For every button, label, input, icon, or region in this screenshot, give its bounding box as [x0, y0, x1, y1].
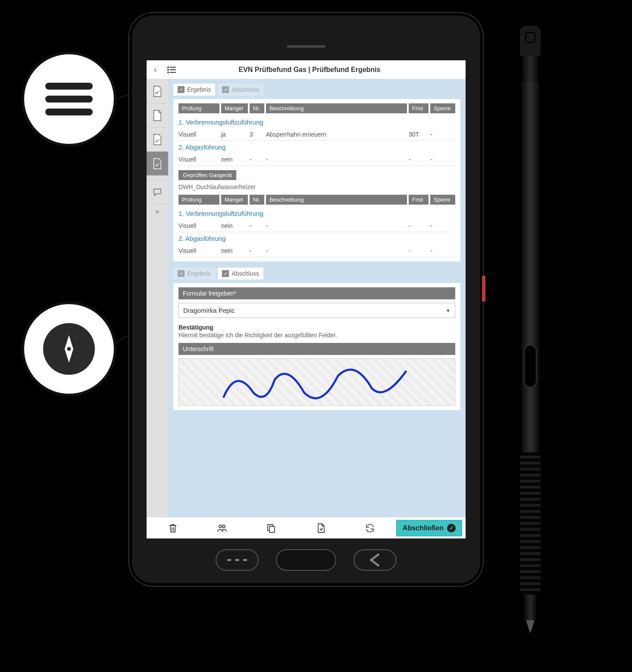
copy-button[interactable]: [248, 523, 294, 533]
svg-point-6: [167, 72, 169, 73]
col-pruefung: Prüfung: [178, 103, 219, 113]
sidebar-item-comment[interactable]: [147, 180, 168, 204]
table-row: Visuell nein - - - -: [178, 153, 455, 166]
hw-home-button[interactable]: [276, 549, 336, 571]
form-release-label: Formular freigeben*: [178, 287, 455, 299]
trash-icon: [168, 523, 178, 533]
panel-abschluss: Formular freigeben* Dragomirka Pepic ▼ B…: [173, 283, 460, 410]
team-button[interactable]: [199, 523, 245, 533]
tab-ergebnis[interactable]: ✓ Ergebnis: [173, 84, 215, 96]
back-button[interactable]: ‹: [147, 65, 164, 75]
copy-icon: [266, 523, 276, 533]
hw-back-button[interactable]: [354, 549, 397, 571]
table-header-row: Prüfung Mangel Nr. Beschreibung Frist Sp…: [178, 195, 455, 205]
check-icon: ✓: [178, 86, 185, 93]
release-select[interactable]: Dragomirka Pepic ▼: [178, 303, 455, 318]
hamburger-icon: [45, 77, 93, 121]
svg-point-1: [66, 346, 72, 352]
section-link[interactable]: 1. Verbrennungsluftzuführung: [178, 207, 455, 220]
tabs-top: ✓ Ergebnis ✓ Abschluss: [173, 84, 460, 96]
pdf-button[interactable]: [298, 523, 344, 533]
top-bar: ‹ EVN Prüfbefund Gas | Prüfbefund Ergebn…: [147, 60, 466, 79]
check-icon: ✓: [222, 270, 229, 277]
check-icon: ✓: [178, 270, 185, 277]
col-mangel: Mangel: [221, 103, 248, 113]
svg-rect-10: [269, 526, 275, 532]
col-beschreibung: Beschreibung: [266, 103, 407, 113]
tab-abschluss-inactive[interactable]: ✓ Abschluss: [218, 84, 263, 96]
tab-ergebnis-inactive[interactable]: ✓ Ergebnis: [173, 268, 215, 280]
col-sperre: Sperre: [430, 103, 455, 113]
callout-menu: [22, 52, 116, 146]
confirm-text: Hiermit bestätige ich die Richtigkeit de…: [178, 332, 455, 339]
table-row: Visuell nein - - - -: [178, 220, 455, 232]
select-value: Dragomirka Pepic: [183, 307, 235, 314]
device-label: Geprüftes Gasgerät: [178, 170, 236, 180]
sync-button[interactable]: [347, 523, 393, 533]
svg-rect-5: [170, 69, 176, 70]
panel-ergebnis: Prüfung Mangel Nr. Beschreibung Frist Sp…: [173, 99, 460, 261]
signature-label: Unterschrift: [178, 343, 455, 355]
check-icon: ✓: [222, 86, 229, 93]
pdf-icon: [316, 523, 326, 533]
table-row: Visuell nein - - - -: [178, 245, 455, 257]
svg-point-4: [167, 69, 169, 71]
sidebar-expand[interactable]: »: [147, 204, 168, 221]
svg-rect-3: [170, 67, 176, 68]
sidebar: »: [147, 79, 168, 517]
signature-icon: [179, 359, 455, 405]
app-screen: ‹ EVN Prüfbefund Gas | Prüfbefund Ergebn…: [147, 60, 466, 538]
finish-button[interactable]: Abschließen ✓: [396, 520, 462, 536]
finish-label: Abschließen: [403, 524, 444, 532]
tablet-device: ‹ EVN Prüfbefund Gas | Prüfbefund Ergebn…: [129, 13, 483, 586]
table-row: Visuell ja 3 Absperrhahn erneuern 30T -: [178, 128, 455, 141]
table-header-row: Prüfung Mangel Nr. Beschreibung Frist Sp…: [178, 103, 455, 113]
svg-point-9: [222, 525, 225, 528]
tablet-side-button: [482, 276, 485, 302]
compass-icon: [43, 323, 95, 375]
content-area[interactable]: ✓ Ergebnis ✓ Abschluss Prüfung Mangel Nr…: [168, 79, 466, 517]
signature-field[interactable]: [178, 358, 455, 406]
list-menu-icon[interactable]: [164, 66, 179, 73]
tab-abschluss[interactable]: ✓ Abschluss: [218, 268, 263, 280]
bottom-toolbar: Abschließen ✓: [147, 517, 466, 538]
sync-icon: [365, 523, 375, 533]
svg-point-2: [167, 66, 169, 68]
tab-label: Abschluss: [232, 270, 259, 277]
confirm-title: Bestätigung: [178, 324, 455, 331]
page-title: EVN Prüfbefund Gas | Prüfbefund Ergebnis: [179, 66, 466, 74]
svg-rect-7: [170, 72, 176, 73]
sidebar-item-1[interactable]: [147, 79, 168, 103]
callout-compass: [22, 302, 116, 396]
sidebar-item-2[interactable]: [147, 103, 168, 128]
col-nr: Nr.: [250, 103, 264, 113]
tab-label: Ergebnis: [187, 270, 211, 277]
section-link[interactable]: 2. Abgasführung: [178, 141, 455, 153]
col-frist: Frist: [409, 103, 429, 113]
section-link[interactable]: 1. Verbrennungsluftzuführung: [178, 116, 455, 128]
section-link[interactable]: 2. Abgasführung: [178, 232, 455, 245]
device-value: DWH_Duchlaufwasserheizer: [178, 183, 455, 195]
team-icon: [217, 523, 227, 533]
check-circle-icon: ✓: [447, 524, 456, 532]
trash-button[interactable]: [150, 523, 196, 533]
svg-point-8: [219, 525, 222, 528]
hw-recent-button[interactable]: [216, 549, 259, 571]
stylus-pen: [517, 26, 543, 638]
tab-label: Ergebnis: [187, 86, 211, 93]
chevron-down-icon: ▼: [446, 308, 451, 313]
sidebar-item-4-active[interactable]: [147, 152, 168, 176]
tab-label: Abschluss: [232, 86, 259, 93]
sidebar-item-3[interactable]: [147, 128, 168, 152]
tabs-bottom: ✓ Ergebnis ✓ Abschluss: [173, 268, 460, 280]
